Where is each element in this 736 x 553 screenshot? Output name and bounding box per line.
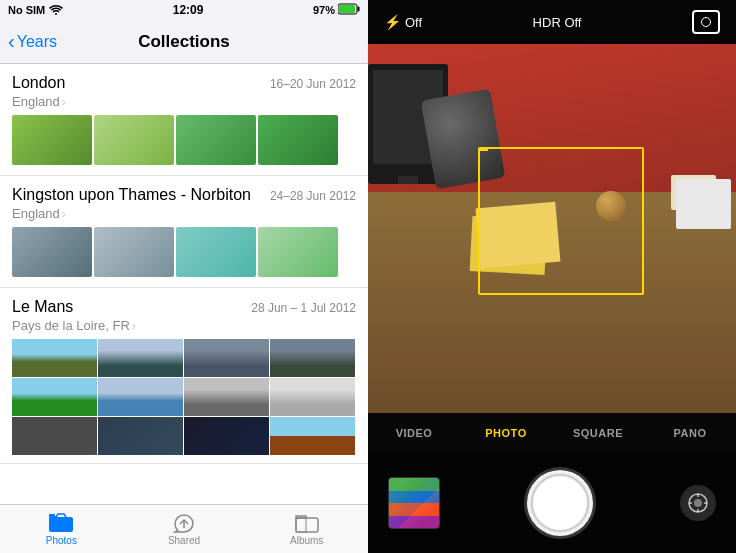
collection-header: Le Mans 28 Jun – 1 Jul 2012: [12, 298, 356, 316]
tab-shared[interactable]: Shared: [123, 513, 246, 546]
thumbnail: [270, 417, 355, 455]
thumbnail: [176, 115, 256, 165]
thumbnail: [12, 417, 97, 455]
thumbnail: [176, 227, 256, 277]
tab-bar: Photos Shared Albums: [0, 504, 368, 553]
focus-rectangle[interactable]: [478, 147, 644, 295]
tab-label: Photos: [46, 535, 77, 546]
svg-rect-5: [49, 514, 55, 517]
status-bar: No SIM 12:09 97%: [0, 0, 368, 20]
shared-tab-icon: [171, 513, 197, 533]
thumbnail: [94, 227, 174, 277]
collection-location: Pays de la Loire, FR ›: [12, 318, 356, 333]
nav-title: Collections: [138, 32, 230, 52]
status-right: 97%: [313, 3, 360, 17]
flash-icon: ⚡: [384, 14, 401, 30]
thumbnail: [12, 339, 97, 377]
camera-scene: [368, 44, 736, 413]
thumbnail: [94, 115, 174, 165]
svg-rect-2: [357, 7, 359, 12]
status-time: 12:09: [173, 3, 204, 17]
options-icon: [687, 492, 709, 514]
back-chevron-icon: ‹: [8, 31, 15, 51]
list-item[interactable]: Le Mans 28 Jun – 1 Jul 2012 Pays de la L…: [0, 288, 368, 464]
thumbnail: [258, 115, 338, 165]
monitor-stand: [398, 176, 418, 184]
svg-point-0: [55, 13, 57, 15]
nav-bar: ‹ Years Collections: [0, 20, 368, 64]
thumbnail: [270, 378, 355, 416]
battery-label: 97%: [313, 4, 335, 16]
thumbnail: [184, 417, 269, 455]
svg-rect-7: [296, 518, 318, 532]
status-left: No SIM: [8, 4, 63, 17]
location-text: England: [12, 206, 60, 221]
camera-top-bar: ⚡ Off HDR Off: [368, 0, 736, 44]
thumbnail-grid: [12, 227, 356, 279]
thumbnail: [184, 339, 269, 377]
mode-pano[interactable]: PANO: [644, 423, 736, 443]
hdr-label: HDR Off: [533, 15, 582, 30]
thumbnail: [98, 378, 183, 416]
thumbnail: [98, 417, 183, 455]
camera-panel: ⚡ Off HDR Off VIDEO: [368, 0, 736, 553]
collections-list: London 16–20 Jun 2012 England › Kingston…: [0, 64, 368, 504]
thumbnail-grid: [12, 115, 356, 167]
tab-albums[interactable]: Albums: [245, 513, 368, 546]
thumbnail: [258, 227, 338, 277]
location-text: England: [12, 94, 60, 109]
hdr-button[interactable]: HDR Off: [533, 15, 582, 30]
wifi-icon: [49, 4, 63, 17]
mode-photo[interactable]: PHOTO: [460, 423, 552, 443]
thumbnail: [270, 339, 355, 377]
collection-location: England ›: [12, 94, 356, 109]
collection-header: London 16–20 Jun 2012: [12, 74, 356, 92]
svg-point-10: [694, 499, 702, 507]
collection-location: England ›: [12, 206, 356, 221]
tab-photos[interactable]: Photos: [0, 513, 123, 546]
albums-tab-icon: [294, 513, 320, 533]
collection-name: Le Mans: [12, 298, 73, 316]
thumbnail: [12, 115, 92, 165]
location-chevron-icon: ›: [62, 95, 66, 109]
collection-date: 28 Jun – 1 Jul 2012: [251, 301, 356, 315]
list-item[interactable]: London 16–20 Jun 2012 England ›: [0, 64, 368, 176]
location-chevron-icon: ›: [62, 207, 66, 221]
viewfinder[interactable]: [368, 44, 736, 413]
svg-rect-4: [49, 517, 73, 532]
shutter-button[interactable]: [527, 470, 593, 536]
shutter-inner: [531, 474, 589, 532]
camera-controls: [368, 453, 736, 553]
tab-label: Albums: [290, 535, 323, 546]
location-text: Pays de la Loire, FR: [12, 318, 130, 333]
collection-date: 24–28 Jun 2012: [270, 189, 356, 203]
svg-rect-8: [296, 518, 306, 532]
back-label: Years: [17, 33, 57, 51]
photos-panel: No SIM 12:09 97%: [0, 0, 368, 553]
list-item[interactable]: Kingston upon Thames - Norbiton 24–28 Ju…: [0, 176, 368, 288]
mode-square[interactable]: SQUARE: [552, 423, 644, 443]
camera-switch-button[interactable]: [692, 10, 720, 34]
photos-tab-icon: [48, 513, 74, 533]
thumbnail: [98, 339, 183, 377]
mode-video[interactable]: VIDEO: [368, 423, 460, 443]
thumbnail: [12, 378, 97, 416]
white-box-object: [676, 179, 731, 229]
location-chevron-icon: ›: [132, 319, 136, 333]
tab-label: Shared: [168, 535, 200, 546]
collection-name: London: [12, 74, 65, 92]
carrier-label: No SIM: [8, 4, 45, 16]
back-button[interactable]: ‹ Years: [8, 32, 57, 51]
collection-date: 16–20 Jun 2012: [270, 77, 356, 91]
thumbnail: [184, 378, 269, 416]
collection-header: Kingston upon Thames - Norbiton 24–28 Ju…: [12, 186, 356, 204]
last-photo-thumbnail[interactable]: [388, 477, 440, 529]
svg-rect-3: [339, 5, 355, 13]
mode-selector: VIDEO PHOTO SQUARE PANO: [368, 413, 736, 453]
thumbnail: [12, 227, 92, 277]
flash-button[interactable]: ⚡ Off: [384, 14, 422, 30]
collection-name: Kingston upon Thames - Norbiton: [12, 186, 251, 204]
battery-icon: [338, 3, 360, 17]
camera-options-button[interactable]: [680, 485, 716, 521]
flash-label: Off: [405, 15, 422, 30]
